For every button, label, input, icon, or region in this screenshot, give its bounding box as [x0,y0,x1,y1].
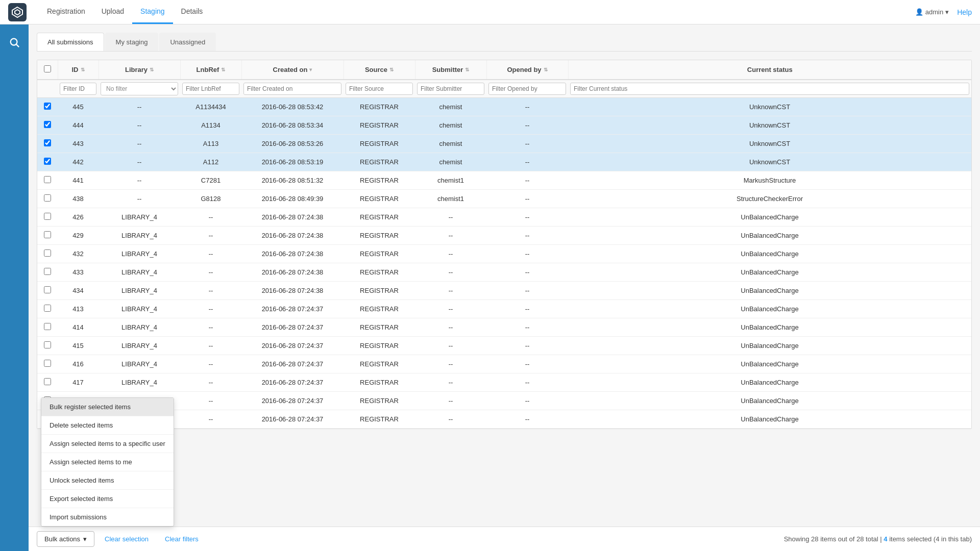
table-row: 418 LIBRARY_4 -- 2016-06-28 07:24:37 REG… [37,392,971,410]
dropdown-item[interactable]: Unlock selected items [41,471,174,490]
filter-lnbref[interactable] [182,83,239,95]
cell-submitter: -- [415,318,486,337]
th-submitter[interactable]: Submitter ⇅ [415,60,486,80]
cell-source: REGISTRAR [344,227,415,245]
select-all-checkbox[interactable] [44,65,51,72]
th-library[interactable]: Library ⇅ [99,60,180,80]
row-checkbox[interactable] [44,268,51,275]
cell-created-on: 2016-06-28 08:51:32 [241,171,344,190]
cell-lnbref: -- [180,300,241,318]
th-id[interactable]: ID ⇅ [58,60,99,80]
nav-registration[interactable]: Registration [39,0,93,24]
tab-unassigned[interactable]: Unassigned [159,33,216,51]
filter-library[interactable]: No filter [101,82,178,95]
nav-staging[interactable]: Staging [132,0,173,24]
dropdown-item[interactable]: Assign selected items to a specific user [41,435,174,453]
user-dropdown-icon: ▾ [945,8,949,16]
row-checkbox-cell [37,116,58,135]
cell-opened-by: -- [486,171,568,190]
showing-text: Showing 28 items out of 28 total [784,535,878,543]
bulk-actions-label: Bulk actions [44,535,80,543]
row-checkbox[interactable] [44,121,51,128]
clear-selection-button[interactable]: Clear selection [99,532,155,546]
table-row: 426 LIBRARY_4 -- 2016-06-28 07:24:38 REG… [37,208,971,227]
row-checkbox[interactable] [44,305,51,312]
filter-created-on[interactable] [243,83,341,95]
dropdown-item[interactable]: Import submissions [41,508,174,526]
cell-created-on: 2016-06-28 08:49:39 [241,190,344,208]
cell-submitter: chemist [415,135,486,153]
dropdown-item[interactable]: Export selected items [41,490,174,508]
row-checkbox-cell [37,318,58,337]
cell-submitter: -- [415,337,486,355]
th-source[interactable]: Source ⇅ [344,60,415,80]
row-checkbox[interactable] [44,139,51,146]
nav-details[interactable]: Details [173,0,211,24]
cell-source: REGISTRAR [344,337,415,355]
th-created-on[interactable]: Created on ▾ [241,60,344,80]
row-checkbox[interactable] [44,194,51,202]
table-row: 445 -- A1134434 2016-06-28 08:53:42 REGI… [37,98,971,116]
row-checkbox[interactable] [44,176,51,183]
cell-lnbref: G8128 [180,190,241,208]
cell-id: 417 [58,373,99,392]
dropdown-item[interactable]: Bulk register selected items [41,398,174,416]
row-checkbox[interactable] [44,213,51,220]
row-checkbox[interactable] [44,158,51,165]
cell-lnbref: -- [180,337,241,355]
sidebar-search-icon[interactable] [5,33,24,54]
cell-id: 434 [58,282,99,300]
bulk-actions-button[interactable]: Bulk actions ▾ [37,531,94,547]
th-current-status[interactable]: Current status [568,60,971,80]
cell-id: 444 [58,116,99,135]
filter-opened-by[interactable] [488,83,566,95]
svg-point-2 [11,39,17,45]
dropdown-item[interactable]: Delete selected items [41,416,174,435]
row-checkbox[interactable] [44,231,51,238]
cell-id: 429 [58,227,99,245]
cell-created-on: 2016-06-28 07:24:37 [241,410,344,429]
cell-current-status: UnBalancedCharge [568,227,971,245]
cell-current-status: UnBalancedCharge [568,392,971,410]
clear-filters-button[interactable]: Clear filters [159,532,205,546]
row-checkbox[interactable] [44,323,51,330]
row-checkbox[interactable] [44,378,51,385]
sort-created-icon: ▾ [309,67,312,72]
cell-submitter: -- [415,373,486,392]
filter-current-status[interactable] [570,83,969,95]
row-checkbox-cell [37,245,58,263]
cell-opened-by: -- [486,373,568,392]
help-link[interactable]: Help [957,8,972,16]
tab-my-staging[interactable]: My staging [105,33,159,51]
sort-submitter-icon: ⇅ [465,67,469,72]
filter-source[interactable] [346,83,413,95]
cell-submitter: -- [415,355,486,373]
row-checkbox[interactable] [44,360,51,367]
row-checkbox-cell [37,208,58,227]
cell-source: REGISTRAR [344,171,415,190]
row-checkbox[interactable] [44,249,51,257]
filter-id[interactable] [60,83,96,95]
row-checkbox-cell [37,373,58,392]
row-checkbox-cell [37,282,58,300]
user-menu[interactable]: 👤 admin ▾ [915,8,949,16]
table-row: 417 LIBRARY_4 -- 2016-06-28 07:24:37 REG… [37,373,971,392]
cell-created-on: 2016-06-28 07:24:37 [241,337,344,355]
cell-id: 441 [58,171,99,190]
nav-upload[interactable]: Upload [93,0,132,24]
row-checkbox[interactable] [44,341,51,348]
filter-submitter[interactable] [417,83,484,95]
th-lnbref[interactable]: LnbRef ⇅ [180,60,241,80]
cell-lnbref: A1134434 [180,98,241,116]
th-opened-by[interactable]: Opened by ⇅ [486,60,568,80]
row-checkbox[interactable] [44,103,51,110]
cell-source: REGISTRAR [344,300,415,318]
cell-created-on: 2016-06-28 07:24:37 [241,300,344,318]
table-filter-row: No filter [37,80,971,98]
bottom-bar: Bulk actions ▾ Clear selection Clear fil… [29,527,980,551]
cell-source: REGISTRAR [344,263,415,282]
row-checkbox[interactable] [44,286,51,293]
dropdown-item[interactable]: Assign selected items to me [41,453,174,471]
tab-all-submissions[interactable]: All submissions [37,33,104,51]
table-row: 444 -- A1134 2016-06-28 08:53:34 REGISTR… [37,116,971,135]
